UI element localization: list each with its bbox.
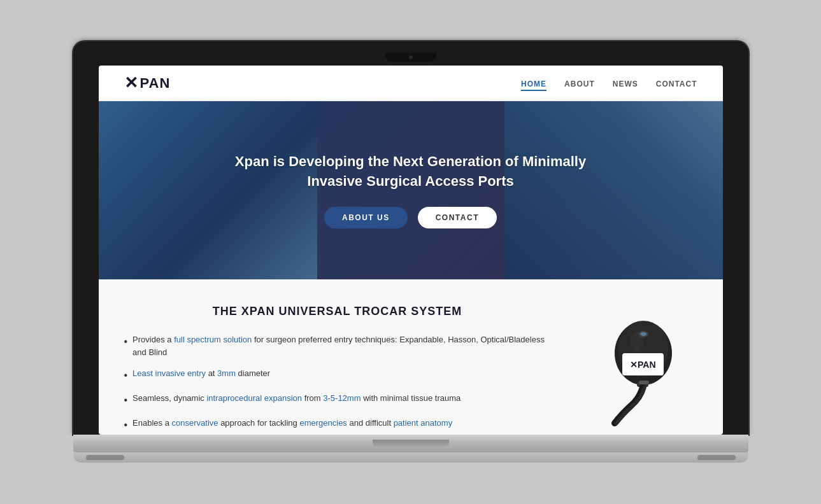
hero-content: Xpan is Developing the Next Generation o… [220, 152, 602, 228]
site-navigation: ✕ PAN HOME ABOUT NEWS CONTACT [99, 66, 723, 101]
contact-button[interactable]: CONTACT [418, 207, 497, 228]
laptop-container: ✕ PAN HOME ABOUT NEWS CONTACT X [73, 41, 748, 463]
logo-x-letter: ✕ [124, 73, 139, 93]
trocar-content-text: THE XPAN UNIVERSAL TROCAR SYSTEM • Provi… [124, 305, 551, 433]
nav-link-news[interactable]: NEWS [613, 80, 638, 88]
nav-link-about[interactable]: ABOUT [564, 80, 595, 88]
product-image-area: ✕PAN [570, 305, 697, 433]
site-logo: ✕ PAN [124, 73, 171, 93]
trocar-device-image: ✕PAN [576, 305, 691, 433]
nav-link-home[interactable]: HOME [521, 80, 546, 91]
features-list: • Provides a full spectrum solution for … [124, 333, 551, 433]
laptop-base [73, 435, 748, 452]
trocar-section-title: THE XPAN UNIVERSAL TROCAR SYSTEM [124, 305, 551, 318]
feature-text-1: Provides a full spectrum solution for su… [132, 333, 550, 358]
list-item: • Seamless, dynamic intraprocedural expa… [124, 392, 551, 408]
hero-buttons: ABOUT US CONTACT [232, 207, 589, 228]
laptop-foot-right [697, 455, 736, 460]
feature-text-4: Enables a conservative approach for tack… [132, 417, 452, 430]
bullet-icon: • [124, 417, 128, 433]
feature-text-3: Seamless, dynamic intraprocedural expans… [132, 392, 460, 405]
nav-item-home[interactable]: HOME [521, 78, 546, 89]
trocar-section: THE XPAN UNIVERSAL TROCAR SYSTEM • Provi… [99, 279, 723, 435]
bullet-icon: • [124, 368, 128, 383]
full-spectrum-link[interactable]: full spectrum solution [174, 335, 252, 344]
3-5-12mm-link[interactable]: 3-5-12mm [323, 393, 361, 403]
screen-inner: ✕ PAN HOME ABOUT NEWS CONTACT X [99, 66, 723, 435]
nav-link-contact[interactable]: CONTACT [656, 80, 697, 88]
nav-item-about[interactable]: ABOUT [564, 78, 595, 89]
about-us-button[interactable]: ABOUT US [324, 207, 408, 228]
patient-anatomy-link[interactable]: patient anatomy [394, 418, 453, 428]
svg-text:✕PAN: ✕PAN [630, 360, 656, 370]
svg-point-8 [631, 332, 643, 353]
conservative-link[interactable]: conservative [172, 418, 218, 428]
nav-links: HOME ABOUT NEWS CONTACT [521, 78, 697, 89]
feature-text-2: Least invasive entry at 3mm diameter [132, 367, 270, 380]
emergencies-link[interactable]: emergencies [299, 418, 346, 428]
list-item: • Provides a full spectrum solution for … [124, 333, 551, 358]
list-item: • Enables a conservative approach for ta… [124, 417, 551, 433]
3mm-link[interactable]: 3mm [217, 368, 236, 378]
nav-item-contact[interactable]: CONTACT [656, 78, 697, 89]
intraprocedural-link[interactable]: intraprocedural expansion [206, 393, 302, 403]
least-invasive-link[interactable]: Least invasive entry [132, 368, 206, 378]
hero-title: Xpan is Developing the Next Generation o… [232, 152, 589, 192]
list-item: • Least invasive entry at 3mm diameter [124, 367, 551, 383]
laptop-foot-left [86, 455, 124, 460]
nav-item-news[interactable]: NEWS [613, 78, 638, 89]
bullet-icon: • [124, 393, 128, 408]
bullet-icon: • [124, 334, 128, 349]
screen-bezel: ✕ PAN HOME ABOUT NEWS CONTACT X [73, 41, 748, 435]
logo-text: PAN [140, 75, 171, 92]
camera-notch [385, 53, 436, 62]
laptop-bottom [73, 452, 748, 463]
hero-section: Xpan is Developing the Next Generation o… [99, 101, 723, 279]
svg-rect-7 [639, 381, 649, 384]
camera-dot [409, 55, 413, 59]
laptop-hinge [373, 440, 449, 447]
